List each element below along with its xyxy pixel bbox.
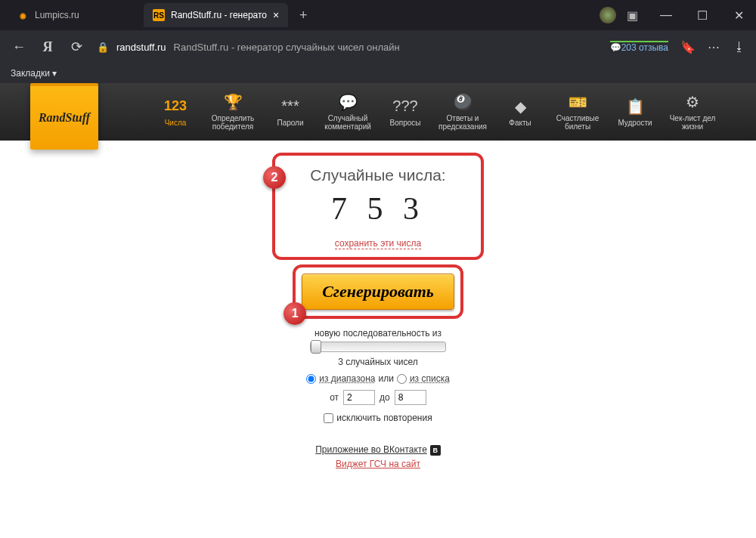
tab-label: Lumpics.ru bbox=[35, 10, 79, 20]
from-input[interactable] bbox=[343, 390, 375, 405]
save-numbers-link[interactable]: сохранить эти числа bbox=[335, 238, 421, 249]
result-title: Случайные числа: bbox=[283, 166, 473, 184]
footer-links: Приложение во ВКонтактеВ Виджет ГСЧ на с… bbox=[315, 444, 441, 469]
clipboard-icon: 📋 bbox=[626, 97, 645, 116]
site-logo[interactable]: RandStuff bbox=[30, 83, 98, 150]
ticket-icon: 🎫 bbox=[569, 93, 587, 111]
asterisk-icon: *** bbox=[281, 97, 299, 116]
exclude-label: исключить повторения bbox=[336, 413, 432, 423]
site-header: RandStuff 123Числа 🏆Определить победител… bbox=[0, 83, 756, 141]
radio-list[interactable] bbox=[397, 374, 407, 384]
main-nav: 123Числа 🏆Определить победителя ***Парол… bbox=[147, 83, 721, 141]
site-icon: RS bbox=[153, 9, 165, 21]
tab-label: RandStuff.ru - генерато bbox=[171, 10, 267, 20]
sequence-hint: новую последовательность из bbox=[314, 328, 442, 339]
reload-button[interactable]: ⟳ bbox=[68, 39, 85, 55]
nav-wisdom[interactable]: 📋Мудрости bbox=[606, 83, 664, 141]
option-list[interactable]: из списка bbox=[410, 373, 450, 384]
bookmark-icon[interactable]: 🔖 bbox=[680, 40, 696, 54]
tabs-overview-icon[interactable]: ▣ bbox=[627, 8, 638, 23]
minimize-button[interactable]: — bbox=[649, 0, 683, 30]
annotation-marker-1: 1 bbox=[284, 302, 306, 325]
nav-questions[interactable]: ???Вопросы bbox=[376, 83, 434, 141]
nav-facts[interactable]: ◆Факты bbox=[491, 83, 549, 141]
count-label: 3 случайных чисел bbox=[338, 357, 417, 367]
diamond-icon: ◆ bbox=[515, 97, 526, 116]
generate-box: Сгенерировать 1 bbox=[293, 264, 463, 319]
back-button[interactable]: ← bbox=[11, 39, 27, 55]
result-box: 2 Случайные числа: 7 5 3 сохранить эти ч… bbox=[272, 153, 484, 260]
nav-tickets[interactable]: 🎫Счастливые билеты bbox=[549, 83, 606, 141]
bookmarks-bar[interactable]: Закладки ▾ bbox=[0, 63, 756, 83]
bookmarks-label[interactable]: Закладки ▾ bbox=[11, 68, 57, 79]
tab-lumpics[interactable]: ◉ Lumpics.ru bbox=[8, 3, 144, 27]
reviews-badge[interactable]: 💬203 отзыва bbox=[610, 41, 668, 53]
url-field[interactable]: 🔒 randstuff.ru RandStuff.ru - генератор … bbox=[97, 42, 598, 53]
radio-range[interactable] bbox=[306, 374, 316, 384]
annotation-marker-2: 2 bbox=[263, 166, 286, 189]
lock-icon: 🔒 bbox=[97, 42, 109, 53]
nav-checklist[interactable]: ⚙Чек-лист дел жизни bbox=[664, 83, 721, 141]
to-input[interactable] bbox=[395, 390, 426, 405]
question-icon: ??? bbox=[392, 97, 417, 116]
maximize-button[interactable]: ☐ bbox=[685, 0, 720, 30]
nav-comment[interactable]: 💬Случайный комментарий bbox=[319, 83, 376, 141]
source-options: из диапазона или из списка bbox=[306, 373, 450, 384]
comment-icon: 💬 bbox=[339, 93, 358, 111]
more-button[interactable]: ⋯ bbox=[708, 40, 721, 54]
range-row: от до bbox=[330, 390, 426, 405]
site-icon: ◉ bbox=[17, 9, 29, 21]
url-domain: randstuff.ru bbox=[116, 42, 166, 53]
url-title: RandStuff.ru - генератор случайных чисел… bbox=[174, 42, 400, 53]
ball-icon: 🎱 bbox=[454, 93, 472, 111]
vk-app-link[interactable]: Приложение во ВКонтакте bbox=[315, 444, 427, 455]
gear-icon: ⚙ bbox=[686, 93, 699, 111]
exclude-checkbox[interactable] bbox=[324, 413, 333, 423]
close-icon[interactable]: × bbox=[273, 9, 279, 21]
nav-answers[interactable]: 🎱Ответы и предсказания bbox=[434, 83, 491, 141]
nav-passwords[interactable]: ***Пароли bbox=[262, 83, 319, 141]
address-bar: ← Я ⟳ 🔒 randstuff.ru RandStuff.ru - гене… bbox=[0, 30, 756, 63]
exclude-row: исключить повторения bbox=[324, 413, 432, 423]
new-tab-button[interactable]: + bbox=[293, 5, 314, 26]
yandex-button[interactable]: Я bbox=[39, 39, 56, 55]
tab-randstuff[interactable]: RS RandStuff.ru - генерато × bbox=[144, 3, 288, 27]
nav-numbers[interactable]: 123Числа bbox=[147, 83, 204, 141]
tab-bar: ◉ Lumpics.ru RS RandStuff.ru - генерато … bbox=[0, 0, 756, 30]
nav-winner[interactable]: 🏆Определить победителя bbox=[204, 83, 262, 141]
download-icon[interactable]: ⭳ bbox=[733, 40, 745, 54]
generated-numbers: 7 5 3 bbox=[283, 190, 473, 227]
generate-button[interactable]: Сгенерировать bbox=[302, 274, 454, 310]
widget-link[interactable]: Виджет ГСЧ на сайт bbox=[315, 459, 441, 469]
trophy-icon: 🏆 bbox=[224, 93, 243, 111]
numbers-icon: 123 bbox=[164, 97, 187, 116]
count-slider[interactable] bbox=[310, 342, 446, 352]
vk-icon: В bbox=[430, 445, 441, 456]
option-range[interactable]: из диапазона bbox=[319, 373, 375, 384]
avatar[interactable] bbox=[600, 7, 616, 23]
close-window-button[interactable]: ✕ bbox=[721, 0, 756, 30]
